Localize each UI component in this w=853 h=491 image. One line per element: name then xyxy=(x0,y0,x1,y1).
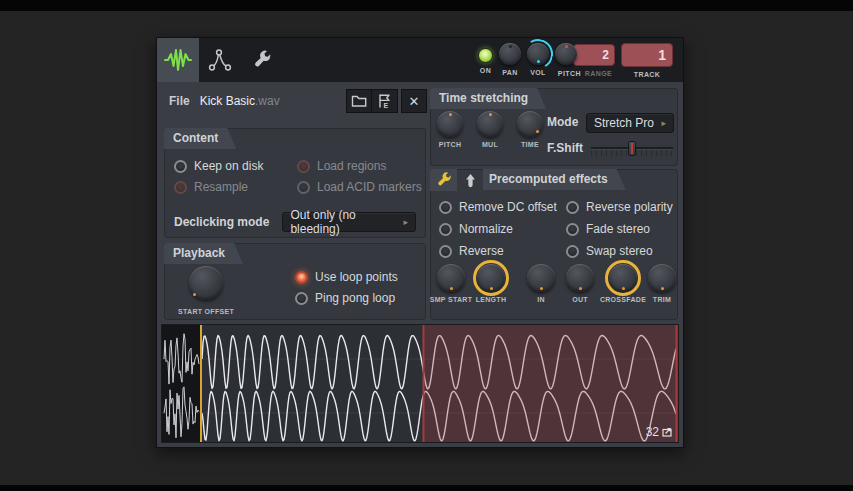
track-label: TRACK xyxy=(634,71,661,78)
sample-length-badge: 32 xyxy=(646,425,673,439)
time-stretching-panel: Time stretching PITCH MUL TIME Mode Stre… xyxy=(430,88,678,166)
unload-sample-button[interactable]: ✕ xyxy=(401,89,427,113)
playback-panel-title: Playback xyxy=(164,243,243,264)
checkbox-reverse-polarity[interactable]: Reverse polarity xyxy=(566,200,675,214)
checkbox-normalize[interactable]: Normalize xyxy=(439,222,566,236)
checkbox-load-acid-markers[interactable]: Load ACID markers xyxy=(297,180,422,194)
checkbox-ping-pong-loop[interactable]: Ping pong loop xyxy=(295,291,398,305)
start-offset-label: START OFFSET xyxy=(169,308,243,315)
knob-indicator xyxy=(622,287,625,290)
knob-indicator xyxy=(490,287,493,290)
content-panel-title: Content xyxy=(164,128,236,149)
tab-sample[interactable] xyxy=(157,38,199,82)
vol-value-arc xyxy=(520,36,556,72)
checkbox-use-loop-points[interactable]: Use loop points xyxy=(295,270,398,284)
precomputed-effects-title: Precomputed effects xyxy=(483,169,626,190)
knob-length[interactable] xyxy=(477,264,505,292)
channel-settings-window: ON PAN VOL 2 PITCH RANGE xyxy=(156,37,684,448)
led xyxy=(566,223,579,236)
knob-ts-mul[interactable] xyxy=(477,111,503,137)
knob-in[interactable] xyxy=(527,264,555,292)
checkbox-remove-dc-offset[interactable]: Remove DC offset xyxy=(439,200,566,214)
letterbox-top xyxy=(0,0,853,11)
led xyxy=(566,245,579,258)
playback-panel: Playback START OFFSET Use loop points Pi… xyxy=(164,243,426,320)
stretch-mode-label: Mode xyxy=(547,115,578,129)
knob-indicator xyxy=(565,45,568,48)
declicking-mode-label: Declicking mode xyxy=(174,215,269,229)
time-stretching-title: Time stretching xyxy=(430,88,546,109)
led xyxy=(439,201,452,214)
file-name[interactable]: Kick Basic.wav xyxy=(200,94,280,108)
led xyxy=(439,223,452,236)
loop-region[interactable] xyxy=(423,325,678,442)
knob-crossfade[interactable] xyxy=(609,264,637,292)
waveform-display[interactable]: 32 xyxy=(161,324,679,443)
led xyxy=(566,201,579,214)
track-control: 1 TRACK xyxy=(621,43,673,78)
on-led[interactable] xyxy=(478,48,493,63)
fshift-slider-handle[interactable] xyxy=(628,141,636,156)
chevron-right-icon: ▸ xyxy=(661,118,666,128)
file-extension: .wav xyxy=(255,94,280,108)
knob-indicator xyxy=(489,113,492,116)
envelope-icon xyxy=(208,48,232,72)
wrench-icon xyxy=(251,49,273,71)
knob-ts-time[interactable] xyxy=(517,111,543,137)
checkbox-swap-stereo[interactable]: Swap stereo xyxy=(566,244,675,258)
fshift-slider[interactable] xyxy=(591,141,673,157)
knob-pan[interactable] xyxy=(499,43,521,65)
led xyxy=(439,245,452,258)
apply-effects-button[interactable] xyxy=(462,172,478,190)
knob-ts-pitch[interactable] xyxy=(437,111,463,137)
arrow-up-icon xyxy=(465,173,476,189)
precompute-tools-button[interactable] xyxy=(430,169,457,191)
knob-start-offset[interactable] xyxy=(189,266,223,300)
tab-envelope[interactable] xyxy=(199,38,241,82)
open-sample-button[interactable] xyxy=(346,89,372,113)
close-icon: ✕ xyxy=(409,95,420,108)
knob-vol[interactable] xyxy=(527,43,549,65)
checkbox-resample[interactable]: Resample xyxy=(174,180,297,194)
content-panel: Content Keep on disk Load regions Resamp… xyxy=(164,128,426,238)
checkbox-fade-stereo[interactable]: Fade stereo xyxy=(566,222,675,236)
knob-indicator xyxy=(537,60,540,63)
led xyxy=(295,292,308,305)
knob-smp-start[interactable] xyxy=(437,264,465,292)
wrench-yellow-icon xyxy=(435,171,453,189)
edit-sample-button[interactable]: E xyxy=(372,89,398,113)
vol-control: VOL xyxy=(527,43,549,76)
sample-length-value: 32 xyxy=(646,425,659,439)
knob-indicator xyxy=(450,287,453,290)
on-label: ON xyxy=(480,67,491,74)
knob-indicator xyxy=(536,130,539,133)
knob-indicator xyxy=(449,113,452,116)
knob-pitch[interactable] xyxy=(555,43,577,65)
led xyxy=(174,160,187,173)
pitch-range-value[interactable]: 2 xyxy=(573,44,615,66)
chevron-right-icon: ▸ xyxy=(403,217,408,227)
checkbox-keep-on-disk[interactable]: Keep on disk xyxy=(174,159,297,173)
knob-trim[interactable] xyxy=(648,264,676,292)
stretch-mode-dropdown[interactable]: Stretch Pro ▸ xyxy=(586,113,674,133)
checkbox-reverse[interactable]: Reverse xyxy=(439,244,566,258)
knob-indicator xyxy=(540,287,543,290)
waveform-icon xyxy=(164,48,192,72)
led xyxy=(297,160,310,173)
track-value[interactable]: 1 xyxy=(621,43,673,67)
letterbox-bottom xyxy=(0,485,853,491)
tab-functions[interactable] xyxy=(241,38,283,82)
tab-bar: ON PAN VOL 2 PITCH RANGE xyxy=(157,38,683,82)
declicking-mode-dropdown[interactable]: Out only (no bleeding) ▸ xyxy=(282,212,416,232)
pitch-control: 2 PITCH RANGE xyxy=(555,43,615,77)
file-row: File Kick Basic.wav E xyxy=(169,88,427,114)
checkbox-load-regions[interactable]: Load regions xyxy=(297,159,422,173)
knob-indicator xyxy=(509,45,512,48)
range-label: RANGE xyxy=(585,70,612,77)
knob-out[interactable] xyxy=(566,264,594,292)
pan-label: PAN xyxy=(502,69,517,76)
channel-enable: ON xyxy=(478,43,493,74)
loop-badge-icon xyxy=(662,427,673,437)
svg-text:E: E xyxy=(384,102,389,109)
channel-controls: ON PAN VOL 2 PITCH RANGE xyxy=(472,38,683,82)
